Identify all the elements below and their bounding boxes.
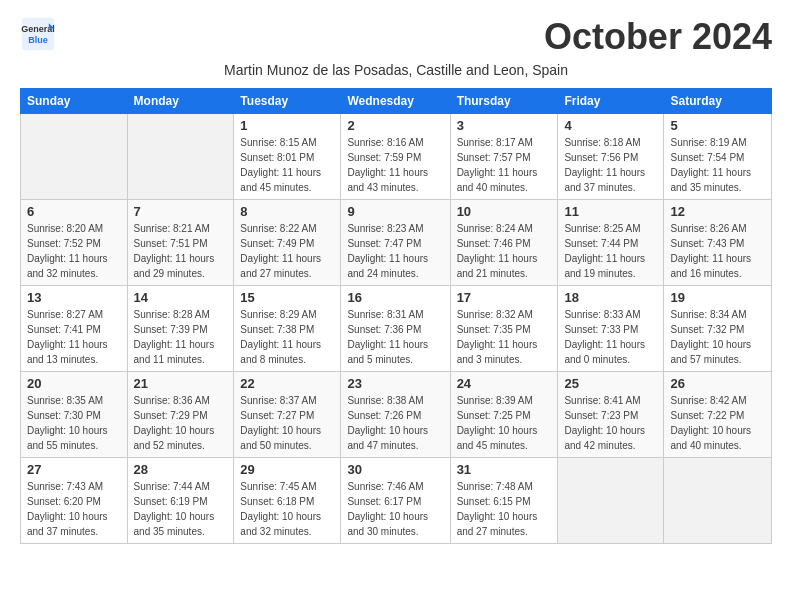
calendar-table: Sunday Monday Tuesday Wednesday Thursday… [20,88,772,544]
day-info: Sunrise: 8:39 AM Sunset: 7:25 PM Dayligh… [457,393,552,453]
day-number: 29 [240,462,334,477]
col-friday: Friday [558,89,664,114]
day-number: 25 [564,376,657,391]
day-cell: 19Sunrise: 8:34 AM Sunset: 7:32 PM Dayli… [664,286,772,372]
day-cell: 28Sunrise: 7:44 AM Sunset: 6:19 PM Dayli… [127,458,234,544]
day-cell: 2Sunrise: 8:16 AM Sunset: 7:59 PM Daylig… [341,114,450,200]
col-monday: Monday [127,89,234,114]
day-cell: 16Sunrise: 8:31 AM Sunset: 7:36 PM Dayli… [341,286,450,372]
day-cell: 1Sunrise: 8:15 AM Sunset: 8:01 PM Daylig… [234,114,341,200]
day-info: Sunrise: 7:44 AM Sunset: 6:19 PM Dayligh… [134,479,228,539]
week-row-1: 1Sunrise: 8:15 AM Sunset: 8:01 PM Daylig… [21,114,772,200]
day-info: Sunrise: 8:34 AM Sunset: 7:32 PM Dayligh… [670,307,765,367]
day-number: 3 [457,118,552,133]
day-cell: 21Sunrise: 8:36 AM Sunset: 7:29 PM Dayli… [127,372,234,458]
day-cell: 18Sunrise: 8:33 AM Sunset: 7:33 PM Dayli… [558,286,664,372]
week-row-5: 27Sunrise: 7:43 AM Sunset: 6:20 PM Dayli… [21,458,772,544]
day-cell: 5Sunrise: 8:19 AM Sunset: 7:54 PM Daylig… [664,114,772,200]
week-row-4: 20Sunrise: 8:35 AM Sunset: 7:30 PM Dayli… [21,372,772,458]
day-number: 26 [670,376,765,391]
header: General Blue October 2024 [20,16,772,58]
day-number: 19 [670,290,765,305]
day-cell [664,458,772,544]
subtitle: Martin Munoz de las Posadas, Castille an… [20,62,772,78]
day-info: Sunrise: 8:22 AM Sunset: 7:49 PM Dayligh… [240,221,334,281]
day-info: Sunrise: 8:28 AM Sunset: 7:39 PM Dayligh… [134,307,228,367]
day-info: Sunrise: 8:26 AM Sunset: 7:43 PM Dayligh… [670,221,765,281]
day-info: Sunrise: 8:21 AM Sunset: 7:51 PM Dayligh… [134,221,228,281]
day-cell: 11Sunrise: 8:25 AM Sunset: 7:44 PM Dayli… [558,200,664,286]
day-info: Sunrise: 7:46 AM Sunset: 6:17 PM Dayligh… [347,479,443,539]
day-cell [21,114,128,200]
day-cell: 8Sunrise: 8:22 AM Sunset: 7:49 PM Daylig… [234,200,341,286]
day-info: Sunrise: 8:27 AM Sunset: 7:41 PM Dayligh… [27,307,121,367]
day-info: Sunrise: 8:42 AM Sunset: 7:22 PM Dayligh… [670,393,765,453]
month-title: October 2024 [544,16,772,58]
day-cell: 15Sunrise: 8:29 AM Sunset: 7:38 PM Dayli… [234,286,341,372]
day-cell: 9Sunrise: 8:23 AM Sunset: 7:47 PM Daylig… [341,200,450,286]
day-number: 2 [347,118,443,133]
day-info: Sunrise: 8:32 AM Sunset: 7:35 PM Dayligh… [457,307,552,367]
day-cell: 30Sunrise: 7:46 AM Sunset: 6:17 PM Dayli… [341,458,450,544]
col-saturday: Saturday [664,89,772,114]
day-number: 13 [27,290,121,305]
day-number: 23 [347,376,443,391]
day-number: 12 [670,204,765,219]
day-info: Sunrise: 7:48 AM Sunset: 6:15 PM Dayligh… [457,479,552,539]
day-number: 20 [27,376,121,391]
day-info: Sunrise: 8:16 AM Sunset: 7:59 PM Dayligh… [347,135,443,195]
day-cell: 23Sunrise: 8:38 AM Sunset: 7:26 PM Dayli… [341,372,450,458]
svg-text:Blue: Blue [28,35,48,45]
day-info: Sunrise: 8:15 AM Sunset: 8:01 PM Dayligh… [240,135,334,195]
day-number: 27 [27,462,121,477]
day-info: Sunrise: 8:36 AM Sunset: 7:29 PM Dayligh… [134,393,228,453]
page: General Blue October 2024 Martin Munoz d… [0,0,792,560]
day-number: 5 [670,118,765,133]
day-number: 16 [347,290,443,305]
day-info: Sunrise: 8:29 AM Sunset: 7:38 PM Dayligh… [240,307,334,367]
day-info: Sunrise: 8:25 AM Sunset: 7:44 PM Dayligh… [564,221,657,281]
day-info: Sunrise: 8:35 AM Sunset: 7:30 PM Dayligh… [27,393,121,453]
day-info: Sunrise: 8:18 AM Sunset: 7:56 PM Dayligh… [564,135,657,195]
day-info: Sunrise: 8:20 AM Sunset: 7:52 PM Dayligh… [27,221,121,281]
logo-icon: General Blue [20,16,56,52]
day-info: Sunrise: 8:24 AM Sunset: 7:46 PM Dayligh… [457,221,552,281]
day-number: 22 [240,376,334,391]
day-info: Sunrise: 8:23 AM Sunset: 7:47 PM Dayligh… [347,221,443,281]
day-cell: 27Sunrise: 7:43 AM Sunset: 6:20 PM Dayli… [21,458,128,544]
col-sunday: Sunday [21,89,128,114]
day-number: 11 [564,204,657,219]
day-cell: 7Sunrise: 8:21 AM Sunset: 7:51 PM Daylig… [127,200,234,286]
day-info: Sunrise: 8:41 AM Sunset: 7:23 PM Dayligh… [564,393,657,453]
day-cell: 13Sunrise: 8:27 AM Sunset: 7:41 PM Dayli… [21,286,128,372]
day-cell: 17Sunrise: 8:32 AM Sunset: 7:35 PM Dayli… [450,286,558,372]
day-number: 9 [347,204,443,219]
day-number: 30 [347,462,443,477]
day-info: Sunrise: 8:19 AM Sunset: 7:54 PM Dayligh… [670,135,765,195]
day-number: 6 [27,204,121,219]
day-cell [558,458,664,544]
day-info: Sunrise: 7:45 AM Sunset: 6:18 PM Dayligh… [240,479,334,539]
day-cell: 31Sunrise: 7:48 AM Sunset: 6:15 PM Dayli… [450,458,558,544]
day-info: Sunrise: 8:37 AM Sunset: 7:27 PM Dayligh… [240,393,334,453]
day-info: Sunrise: 8:31 AM Sunset: 7:36 PM Dayligh… [347,307,443,367]
day-number: 21 [134,376,228,391]
day-number: 28 [134,462,228,477]
day-info: Sunrise: 8:38 AM Sunset: 7:26 PM Dayligh… [347,393,443,453]
day-info: Sunrise: 8:33 AM Sunset: 7:33 PM Dayligh… [564,307,657,367]
col-wednesday: Wednesday [341,89,450,114]
day-number: 18 [564,290,657,305]
day-number: 31 [457,462,552,477]
day-cell: 22Sunrise: 8:37 AM Sunset: 7:27 PM Dayli… [234,372,341,458]
day-number: 7 [134,204,228,219]
col-thursday: Thursday [450,89,558,114]
day-number: 14 [134,290,228,305]
day-cell: 10Sunrise: 8:24 AM Sunset: 7:46 PM Dayli… [450,200,558,286]
day-number: 17 [457,290,552,305]
day-info: Sunrise: 7:43 AM Sunset: 6:20 PM Dayligh… [27,479,121,539]
day-cell: 29Sunrise: 7:45 AM Sunset: 6:18 PM Dayli… [234,458,341,544]
day-cell: 25Sunrise: 8:41 AM Sunset: 7:23 PM Dayli… [558,372,664,458]
day-cell: 6Sunrise: 8:20 AM Sunset: 7:52 PM Daylig… [21,200,128,286]
col-tuesday: Tuesday [234,89,341,114]
day-cell: 3Sunrise: 8:17 AM Sunset: 7:57 PM Daylig… [450,114,558,200]
